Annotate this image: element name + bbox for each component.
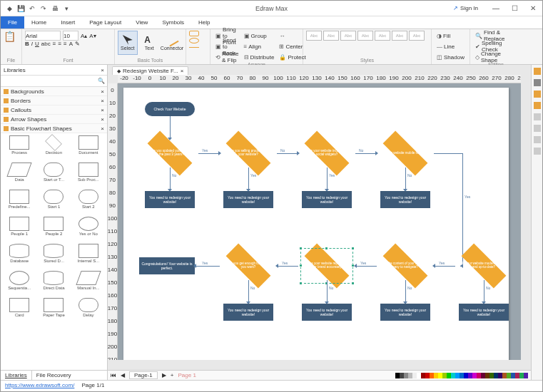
- shape-database[interactable]: Database: [3, 244, 36, 269]
- page-tab-alt[interactable]: Page 1: [178, 372, 196, 378]
- cat-callouts[interactable]: Callouts×: [1, 105, 107, 115]
- shape-storedd[interactable]: Stored D...: [37, 244, 70, 269]
- cat-borders[interactable]: Borders×: [1, 96, 107, 105]
- shape-people1[interactable]: People 1: [3, 217, 36, 242]
- style-4[interactable]: Abc: [357, 31, 373, 41]
- align-left-icon[interactable]: ≡: [53, 41, 56, 47]
- style-5[interactable]: Abc: [375, 31, 390, 41]
- connector-tool[interactable]: Connector: [161, 31, 183, 55]
- rp-shape-icon[interactable]: [534, 79, 541, 86]
- shape-startort[interactable]: Start or T...: [37, 163, 70, 188]
- node-r2[interactable]: You need to redesign your website!: [223, 191, 273, 208]
- tab-file[interactable]: File: [1, 16, 24, 29]
- node-r4[interactable]: You need to redesign your website!: [380, 191, 430, 208]
- tab-file-recovery[interactable]: File Recovery: [32, 371, 76, 380]
- rp-page-icon[interactable]: [534, 136, 541, 143]
- shape-oval-icon[interactable]: [189, 38, 199, 43]
- font-name[interactable]: [25, 31, 61, 41]
- cat-flowchart[interactable]: Basic Flowchart Shapes×: [1, 124, 107, 133]
- shape-people2[interactable]: People 2: [37, 217, 70, 242]
- font-shrink-icon[interactable]: A▾: [89, 33, 96, 39]
- shape-manualin[interactable]: Manual In...: [72, 271, 105, 296]
- shape-data[interactable]: Data: [3, 163, 36, 188]
- style-2[interactable]: Abc: [323, 31, 339, 41]
- rp-fill-icon[interactable]: [534, 91, 541, 98]
- spell-check[interactable]: ✔ Spelling Check: [473, 41, 519, 51]
- shape-start2[interactable]: Start 2: [72, 190, 105, 215]
- save-icon[interactable]: 💾: [16, 4, 25, 13]
- shape-yesorno[interactable]: Yes or No: [72, 217, 105, 242]
- shape-card[interactable]: Card: [3, 298, 36, 324]
- tab-home[interactable]: Home: [24, 16, 54, 29]
- node-r5[interactable]: You need to redesign your website!: [223, 304, 273, 321]
- page-tab-1[interactable]: Page-1: [129, 371, 158, 379]
- page-nav-first[interactable]: ⏮: [111, 372, 116, 378]
- underline-button[interactable]: U: [35, 41, 39, 47]
- find-replace[interactable]: 🔍 Find & Replace: [473, 31, 519, 41]
- align-center-icon[interactable]: ≡: [58, 41, 61, 47]
- shape-predefine[interactable]: Predefine...: [3, 190, 36, 215]
- style-6[interactable]: Abc: [392, 31, 407, 41]
- shape-directdata[interactable]: Direct Data: [37, 271, 70, 296]
- tab-view[interactable]: View: [128, 16, 155, 29]
- page-nav-prev[interactable]: ◀: [121, 372, 125, 378]
- bold-button[interactable]: B: [25, 41, 29, 47]
- minimize-button[interactable]: —: [487, 1, 505, 16]
- tab-libraries[interactable]: Libraries: [1, 371, 32, 380]
- page-add[interactable]: +: [171, 372, 174, 378]
- node-start[interactable]: Check Your Website: [145, 102, 195, 116]
- strike-button[interactable]: abc: [41, 41, 51, 47]
- fill-btn[interactable]: ◑ Fill: [435, 31, 467, 41]
- rp-text-icon[interactable]: [534, 102, 541, 109]
- tab-help[interactable]: Help: [191, 16, 217, 29]
- cat-arrow[interactable]: Arrow Shapes×: [1, 115, 107, 124]
- tab-page-layout[interactable]: Page Layout: [82, 16, 128, 29]
- style-7[interactable]: Abc: [409, 31, 425, 41]
- search-icon[interactable]: 🔍: [96, 76, 107, 86]
- libraries-close-icon[interactable]: ×: [101, 67, 104, 73]
- node-perfect[interactable]: Congratulations! Your website is perfect…: [139, 257, 195, 274]
- shape-line-icon[interactable]: [189, 47, 199, 48]
- font-grow-icon[interactable]: A▴: [81, 33, 87, 39]
- redo-icon[interactable]: ↷: [39, 4, 48, 13]
- node-r7[interactable]: You need to redesign your website!: [380, 304, 430, 321]
- shape-papertape[interactable]: Paper Tape: [37, 298, 70, 324]
- rp-line-icon[interactable]: [534, 113, 541, 120]
- shape-sequentia[interactable]: Sequentia...: [3, 271, 36, 296]
- cat-backgrounds[interactable]: Backgrounds×: [1, 87, 107, 96]
- maximize-button[interactable]: ☐: [505, 1, 524, 16]
- shape-start1[interactable]: Start 1: [37, 190, 70, 215]
- qa-more-icon[interactable]: ▾: [62, 4, 71, 13]
- shadow-btn[interactable]: ◫ Shadow: [435, 52, 467, 62]
- shape-internals[interactable]: Internal S...: [72, 244, 105, 269]
- send-back[interactable]: ▣ Send to Back: [213, 41, 241, 51]
- node-r3[interactable]: You need to redesign your website!: [302, 191, 352, 208]
- shape-document[interactable]: Document: [72, 135, 105, 161]
- shape-subproc[interactable]: Sub Proc...: [72, 163, 105, 188]
- text-tool[interactable]: AText: [140, 31, 160, 55]
- rotate-btn[interactable]: ⟲ Rotate & Flip: [213, 52, 241, 62]
- close-button[interactable]: ✕: [524, 1, 542, 16]
- library-search[interactable]: [1, 76, 96, 86]
- signin-link[interactable]: ↗ Sign In: [453, 5, 478, 11]
- shape-rect-icon[interactable]: [189, 31, 199, 36]
- style-1[interactable]: Abc: [306, 31, 322, 41]
- color-swatches[interactable]: [395, 373, 528, 378]
- italic-button[interactable]: I: [31, 41, 33, 47]
- highlight-icon[interactable]: ✎: [75, 41, 80, 47]
- undo-icon[interactable]: ↶: [28, 4, 36, 13]
- node-r8[interactable]: You need to redesign your website!: [459, 304, 509, 321]
- shape-delay[interactable]: Delay: [72, 298, 105, 324]
- node-r1[interactable]: You need to redesign your website!: [145, 191, 195, 208]
- print-icon[interactable]: 🖶: [51, 4, 59, 13]
- rp-theme-icon[interactable]: [534, 68, 541, 75]
- node-r6[interactable]: You need to redesign your website!: [302, 304, 352, 321]
- tab-symbols[interactable]: Symbols: [155, 16, 191, 29]
- doc-tab[interactable]: ◆ Redesign Website F... ×: [112, 66, 188, 75]
- font-color-icon[interactable]: A: [69, 41, 73, 47]
- doc-close-icon[interactable]: ×: [181, 68, 184, 74]
- align-btn[interactable]: ≡ Align: [242, 41, 277, 51]
- status-url[interactable]: https://www.edrawsoft.com/: [5, 382, 74, 388]
- canvas[interactable]: Check Your Website Have you updated your…: [118, 83, 521, 360]
- rp-layer-icon[interactable]: [534, 125, 541, 132]
